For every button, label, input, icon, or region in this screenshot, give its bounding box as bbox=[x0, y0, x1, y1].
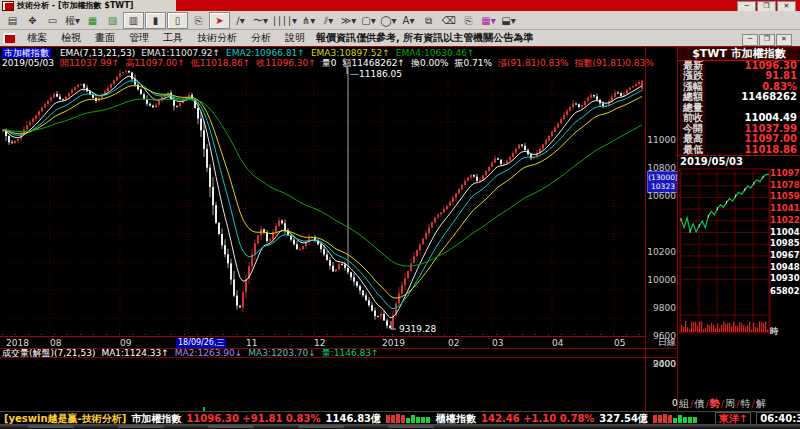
taskbar-icon-blur bbox=[208, 425, 254, 428]
panel-tab-周[interactable]: 周 bbox=[724, 398, 736, 409]
tab-counter: 0 bbox=[672, 397, 678, 410]
window-icon[interactable]: ▭ bbox=[43, 13, 62, 28]
panel-tab-解[interactable]: 解 bbox=[755, 398, 767, 409]
palette-icon[interactable]: ▦▾ bbox=[479, 13, 498, 28]
page-icon[interactable]: ⎘ bbox=[189, 13, 208, 28]
menu-bar: 檔案檢視畫面管理工具技術分析分析說明 報價資訊僅供參考, 所有資訊以主管機關公告… bbox=[0, 30, 800, 46]
menu-item-檔案[interactable]: 檔案 bbox=[20, 31, 54, 45]
volume-chart[interactable] bbox=[0, 358, 645, 412]
x-axis-label: 2018 bbox=[6, 338, 29, 348]
green-chart-icon[interactable]: ▦ bbox=[83, 13, 102, 28]
fan-lines-tool-button[interactable]: ⋔▾ bbox=[299, 13, 318, 28]
quote-panel: $TWT 市加權指數 最新11096.30漲跌91.81漲幅0.83%總額114… bbox=[678, 47, 800, 412]
line-chart-button[interactable]: ▯ bbox=[167, 12, 188, 29]
x-axis-label: 09 bbox=[120, 338, 131, 348]
layout-icon[interactable]: ▤ bbox=[3, 13, 22, 28]
parallel-lines-tool-button[interactable]: ⫽▾ bbox=[319, 13, 338, 28]
status-bar: [yeswin越是贏-技術分析] 市加權指數 11096.30 +91.81 0… bbox=[0, 411, 800, 425]
quote-value: 11018.86 bbox=[744, 145, 797, 156]
mini-price-label: 11004 bbox=[770, 228, 798, 237]
title-bar: 技術分析 - [市加權指數 $TWT] ─❐✕ bbox=[0, 0, 800, 11]
candlestick-chart[interactable]: —11186.059319.28 bbox=[0, 67, 645, 336]
scale-badge[interactable]: (13000)10323 bbox=[647, 171, 679, 193]
copy-icon[interactable]: ⧉ bbox=[419, 13, 438, 28]
menu-chart-icon bbox=[3, 33, 15, 43]
high-annotation: —11186.05 bbox=[350, 69, 402, 79]
area-chart-icon[interactable]: ▨ bbox=[103, 13, 122, 28]
taskbar-icon-blur bbox=[298, 425, 344, 428]
move-icon[interactable]: ✥ bbox=[23, 13, 42, 28]
mdi-control-button[interactable]: ❐ bbox=[759, 34, 775, 46]
y-axis-label: 10800 bbox=[646, 164, 676, 173]
channel-tool-button[interactable]: 〜▾ bbox=[251, 13, 270, 28]
drawing-toolbar: ▤✥▭權▾▦▨▥▮▯⎘➤∕▾〜▾∣∣∣∣▾⋔▾⫽▾≫▾▢▾◯▾A▾⧉⌫⎘▦▾⬓▾ bbox=[0, 11, 800, 30]
x-axis-label: 2019 bbox=[382, 338, 405, 348]
save-icon[interactable]: ⬓▾ bbox=[499, 13, 518, 28]
chart-workspace: 市加權指數 EMA(7,13,21,53)EMA1:11007.92↑EMA2:… bbox=[0, 46, 800, 411]
menu-item-技術分析[interactable]: 技術分析 bbox=[190, 31, 244, 45]
candle-chart-button[interactable]: ▮ bbox=[145, 12, 166, 29]
x-axis-label: 08 bbox=[50, 338, 61, 348]
symbol-badge[interactable]: 市加權指數 bbox=[2, 48, 51, 58]
panel-tab-勢[interactable]: 勢 bbox=[709, 398, 721, 409]
text-tool-button[interactable]: A▾ bbox=[399, 13, 418, 28]
mini-price-label: 11022 bbox=[770, 216, 798, 225]
mdi-control-button[interactable]: ✕ bbox=[776, 34, 792, 46]
index2-amount: 327.54億 bbox=[599, 413, 648, 425]
x-axis-label: 03 bbox=[492, 338, 503, 348]
quote-row: 最低11018.86 bbox=[678, 145, 800, 155]
taskbar-edge bbox=[0, 424, 800, 429]
index2-name[interactable]: 櫃檯指數 bbox=[436, 413, 476, 425]
bar-chart-button[interactable]: ▥ bbox=[123, 12, 144, 29]
index2-quote: 142.46 +1.10 0.78% bbox=[481, 413, 594, 425]
taskbar-icon-blur bbox=[118, 425, 164, 428]
indicator-value: EMA2:10966.81↑ bbox=[226, 48, 305, 58]
menu-item-說明[interactable]: 說明 bbox=[278, 31, 312, 45]
x-axis-label: 05 bbox=[614, 338, 625, 348]
ellipse-tool-button[interactable]: ◯▾ bbox=[379, 13, 398, 28]
pointer-tool-button[interactable]: ➤ bbox=[209, 12, 230, 29]
y-axis-label: 10600 bbox=[646, 192, 676, 201]
low-annotation: 9319.28 bbox=[399, 324, 436, 334]
scale-badge-top: (13000) bbox=[648, 173, 678, 182]
panel-tab-組[interactable]: 組 bbox=[678, 398, 690, 409]
panel-tab-債[interactable]: 債 bbox=[693, 398, 705, 409]
mini-price-label: 10985 bbox=[770, 239, 798, 248]
indicator-value: EMA(7,13,21,53) bbox=[60, 48, 135, 58]
rectangle-tool-button[interactable]: ▢▾ bbox=[359, 13, 378, 28]
x-axis-label: 02 bbox=[448, 338, 459, 348]
x-axis-label: 12 bbox=[314, 338, 325, 348]
eraser-icon[interactable]: ⌫ bbox=[439, 13, 458, 28]
volume-axis-label: 2000 bbox=[646, 360, 676, 369]
index1-quote: 11096.30 +91.81 0.83% bbox=[186, 413, 320, 425]
divider bbox=[0, 348, 678, 349]
panel-tab-特[interactable]: 特 bbox=[740, 398, 752, 409]
disclaimer-text: 報價資訊僅供參考, 所有資訊以主管機關公告為準 bbox=[316, 31, 533, 45]
index1-name[interactable]: 市加權指數 bbox=[131, 413, 181, 425]
brand-label: [yeswin越是贏-技術分析] bbox=[4, 413, 126, 425]
expansion-tool-button[interactable]: ≫▾ bbox=[339, 13, 358, 28]
mini-price-label: 11041 bbox=[770, 204, 798, 213]
menu-item-畫面[interactable]: 畫面 bbox=[88, 31, 122, 45]
period-label[interactable]: 日線 bbox=[646, 338, 676, 347]
mdi-control-button[interactable]: ─ bbox=[742, 34, 758, 46]
mini-price-label: 11059 bbox=[770, 192, 798, 201]
selected-date-badge[interactable]: 18/09/26,三 bbox=[176, 338, 226, 348]
indicator-value: EMA1:11007.92↑ bbox=[141, 48, 220, 58]
window-title: 技術分析 - [市加權指數 $TWT] bbox=[17, 0, 133, 11]
y-axis-label: 11000 bbox=[646, 136, 676, 145]
quote-row: 最高11097.00 bbox=[678, 134, 800, 144]
technical-analysis-app: 技術分析 - [市加權指數 $TWT] ─❐✕ ▤✥▭權▾▦▨▥▮▯⎘➤∕▾〜▾… bbox=[0, 0, 800, 429]
rights-menu-button[interactable]: 權▾ bbox=[63, 13, 82, 28]
quote-panel-title: $TWT 市加權指數 bbox=[678, 47, 800, 61]
menu-item-管理[interactable]: 管理 bbox=[122, 31, 156, 45]
menu-item-分析[interactable]: 分析 bbox=[244, 31, 278, 45]
taskbar-icon-blur bbox=[388, 425, 434, 428]
menu-item-檢視[interactable]: 檢視 bbox=[54, 31, 88, 45]
x-axis-label: 04 bbox=[552, 338, 563, 348]
market-breadth-widget-1 bbox=[386, 414, 431, 423]
cycle-lines-tool-button[interactable]: ∣∣∣∣▾ bbox=[271, 13, 298, 28]
menu-item-工具[interactable]: 工具 bbox=[156, 31, 190, 45]
trendline-tool-button[interactable]: ∕▾ bbox=[231, 13, 250, 28]
export-icon[interactable]: ⎘ bbox=[459, 13, 478, 28]
